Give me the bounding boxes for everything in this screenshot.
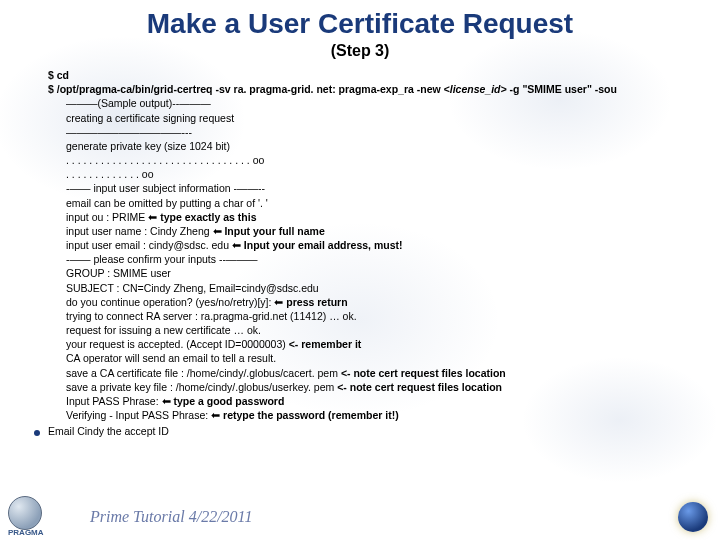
line-sep1: ———————————--- [66,125,690,139]
line-verify: Verifying - Input PASS Phrase: ⬅ retype … [66,408,690,422]
footer: Prime Tutorial 4/22/2011 [0,494,720,534]
line-continue: do you continue operation? (yes/no/retry… [66,295,690,309]
line-pass: Input PASS Phrase: ⬅ type a good passwor… [66,394,690,408]
email-cindy: Email Cindy the accept ID [48,425,169,437]
arrow-icon: ⬅ [213,225,222,237]
license-id-placeholder: <license_id> [444,83,507,95]
pragma-logo: PRAGMA [8,496,78,536]
cmd-cd: $ cd [48,68,690,82]
globe-badge-icon [678,502,708,532]
line-dots1: . . . . . . . . . . . . . . . . . . . . … [66,153,690,167]
globe-icon [8,496,42,530]
output-block: ———(Sample output)--——— creating a certi… [48,96,690,422]
line-request: request for issuing a new certificate … … [66,323,690,337]
bullet-item: Email Cindy the accept ID [34,424,690,438]
arrow-icon: ⬅ [148,211,157,223]
arrow-icon: ⬅ [162,395,171,407]
line-confirm: -—— please confirm your inputs --——— [66,252,690,266]
line-group: GROUP : SMIME user [66,266,690,280]
line-ca-email: CA operator will send an email to tell a… [66,351,690,365]
page-title: Make a User Certificate Request [0,0,720,40]
line-input-ou: input ou : PRIME ⬅ type exactly as this [66,210,690,224]
line-email-omit: email can be omitted by putting a char o… [66,196,690,210]
slide-content: $ cd $ /opt/pragma-ca/bin/grid-certreq -… [0,60,720,438]
line-connect: trying to connect RA server : ra.pragma-… [66,309,690,323]
line-creating: creating a certificate signing request [66,111,690,125]
line-input-name: input user name : Cindy Zheng ⬅ Input yo… [66,224,690,238]
cmd-part-c: -g "SMIME user" -sou [507,83,617,95]
line-accepted: your request is accepted. (Accept ID=000… [66,337,690,351]
arrow-icon: ⬅ [211,409,220,421]
cmd-part-a: $ /opt/pragma-ca/bin/grid-certreq -sv ra… [48,83,444,95]
line-save-userkey: save a private key file : /home/cindy/.g… [66,380,690,394]
arrow-icon: ⬅ [232,239,241,251]
line-save-cacert: save a CA certificate file : /home/cindy… [66,366,690,380]
line-input-email: input user email : cindy@sdsc. edu ⬅ Inp… [66,238,690,252]
line-input-subject: -—— input user subject information -——-- [66,181,690,195]
cmd-certreq: $ /opt/pragma-ca/bin/grid-certreq -sv ra… [48,82,690,96]
page-subtitle: (Step 3) [0,42,720,60]
line-subject: SUBJECT : CN=Cindy Zheng, Email=cindy@sd… [66,281,690,295]
line-genkey: generate private key (size 1024 bit) [66,139,690,153]
bullet-icon [34,430,40,436]
sample-output-header: ———(Sample output)--——— [66,96,690,110]
footer-text: Prime Tutorial 4/22/2011 [90,508,252,526]
pragma-label: PRAGMA [8,528,78,537]
line-dots2: . . . . . . . . . . . . . oo [66,167,690,181]
